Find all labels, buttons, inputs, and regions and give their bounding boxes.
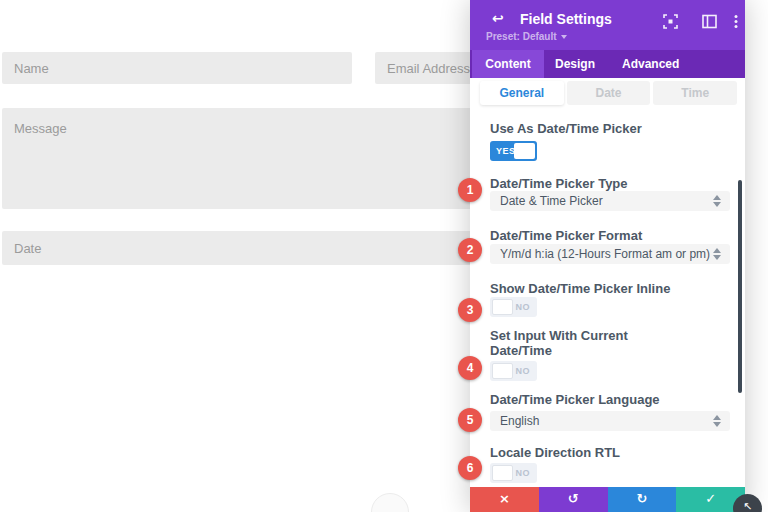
- modal-header: ↩ Field Settings Preset: Default: [470, 0, 745, 50]
- toggle-state-label: NO: [516, 361, 531, 381]
- rtl-toggle[interactable]: NO: [490, 463, 537, 483]
- snap-modal-icon[interactable]: [663, 14, 678, 29]
- back-icon[interactable]: ↩: [492, 9, 510, 27]
- toggle-state-label: NO: [516, 463, 531, 483]
- hidden-page-button: [371, 493, 409, 512]
- annotation-marker-2: 2: [458, 238, 482, 262]
- select-value: English: [500, 414, 539, 428]
- picker-type-select[interactable]: Date & Time Picker: [490, 191, 730, 211]
- subtab-date[interactable]: Date: [567, 81, 651, 105]
- tab-advanced[interactable]: Advanced: [622, 50, 679, 78]
- subtab-general[interactable]: General: [480, 81, 564, 105]
- picker-inline-toggle[interactable]: NO: [490, 297, 537, 317]
- divi-builder-screen: ↩ Field Settings Preset: Default: [0, 0, 768, 512]
- toggle-knob: [514, 143, 535, 159]
- panel-scrollbar[interactable]: [738, 180, 742, 393]
- picker-inline-label: Show Date/Time Picker Inline: [490, 281, 670, 296]
- toggle-state-label: NO: [516, 297, 531, 317]
- main-tabbar: Content Design Advanced: [470, 50, 745, 78]
- use-as-picker-toggle[interactable]: YES: [490, 141, 537, 161]
- select-value: Y/m/d h:ia (12-Hours Format am or pm): [500, 247, 710, 261]
- modal-footer: × ↺ ↻ ✓: [470, 487, 745, 512]
- split-view-icon[interactable]: [702, 14, 717, 29]
- tab-content[interactable]: Content: [472, 50, 544, 78]
- annotation-marker-3: 3: [458, 298, 482, 322]
- language-select[interactable]: English: [490, 411, 730, 431]
- preset-selector[interactable]: Preset: Default: [486, 31, 567, 42]
- picker-type-label: Date/Time Picker Type: [490, 176, 628, 191]
- set-current-label: Set Input With Current Date/Time: [490, 328, 660, 358]
- toggle-knob: [492, 363, 513, 379]
- tab-design[interactable]: Design: [555, 50, 595, 78]
- redo-icon: ↻: [636, 491, 647, 506]
- annotation-marker-1: 1: [458, 178, 482, 202]
- modal-title: Field Settings: [520, 11, 612, 27]
- check-icon: ✓: [705, 491, 716, 506]
- field-settings-modal: ↩ Field Settings Preset: Default: [470, 0, 745, 512]
- select-value: Date & Time Picker: [500, 194, 603, 208]
- redo-button[interactable]: ↻: [608, 487, 677, 512]
- preset-label: Preset: Default: [486, 31, 557, 42]
- language-label: Date/Time Picker Language: [490, 392, 660, 407]
- caret-down-icon: [561, 35, 567, 39]
- set-current-toggle[interactable]: NO: [490, 361, 537, 381]
- select-arrows-icon: [713, 414, 721, 428]
- undo-button[interactable]: ↺: [539, 487, 608, 512]
- close-icon: ×: [499, 491, 510, 506]
- annotation-marker-5: 5: [458, 408, 482, 432]
- picker-format-label: Date/Time Picker Format: [490, 228, 642, 243]
- picker-format-select[interactable]: Y/m/d h:ia (12-Hours Format am or pm): [490, 244, 730, 264]
- select-arrows-icon: [713, 247, 721, 261]
- discard-button[interactable]: ×: [470, 487, 539, 512]
- annotation-marker-6: 6: [458, 456, 482, 480]
- sub-tabbar: General Date Time: [480, 81, 737, 105]
- arrow-up-left-icon: ↖: [743, 500, 752, 512]
- rtl-label: Locale Direction RTL: [490, 445, 620, 460]
- toggle-knob: [492, 299, 513, 315]
- name-input[interactable]: [2, 52, 352, 84]
- select-arrows-icon: [713, 194, 721, 208]
- undo-icon: ↺: [568, 491, 579, 506]
- subtab-time[interactable]: Time: [653, 81, 737, 105]
- use-as-picker-label: Use As Date/Time Picker: [490, 121, 642, 136]
- annotation-marker-4: 4: [458, 356, 482, 380]
- modal-drag-handle[interactable]: ↖: [733, 494, 762, 512]
- toggle-state-label: YES: [496, 141, 516, 161]
- toggle-knob: [492, 465, 513, 481]
- more-menu-icon[interactable]: [733, 14, 748, 29]
